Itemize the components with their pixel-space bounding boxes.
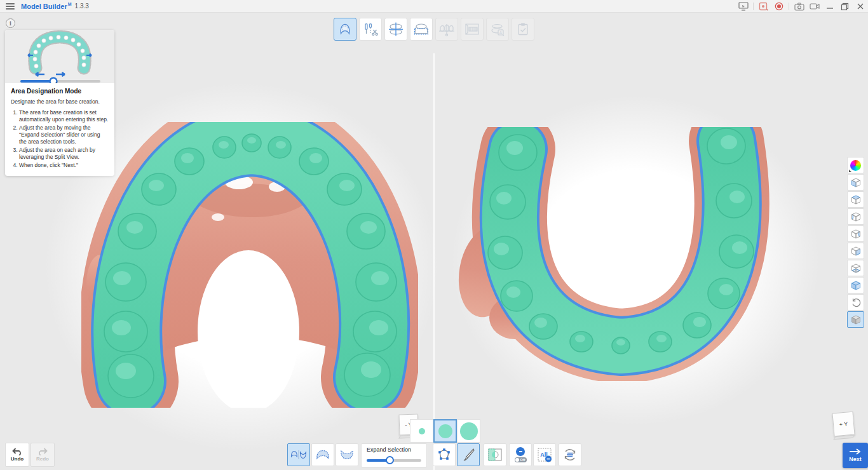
confirm-checklist-icon <box>515 22 531 37</box>
brush-size-panel <box>410 419 480 443</box>
view-bottom-button[interactable] <box>847 260 864 276</box>
lower-arch-view-button[interactable] <box>336 443 358 466</box>
right-viewport-nav-cube[interactable]: + Y <box>832 412 855 437</box>
split-view-divider <box>433 53 435 470</box>
view-left-cube-icon <box>850 210 862 223</box>
capture-region-icon[interactable] <box>758 1 769 11</box>
close-button[interactable] <box>855 1 865 11</box>
workflow-toolbar: A <box>334 18 534 41</box>
view-top-button[interactable] <box>847 191 864 208</box>
lower-arch-icon <box>339 449 355 460</box>
shaded-cube-icon <box>850 313 862 326</box>
color-cursor-icon <box>849 170 851 172</box>
step-base-creation-button[interactable] <box>410 18 433 41</box>
step-die-pins-button <box>435 18 458 41</box>
redo-button: Redo <box>31 443 55 467</box>
step-area-designation-button[interactable] <box>334 18 356 41</box>
brush-icon <box>461 447 476 462</box>
screen-share-icon[interactable] <box>738 1 749 11</box>
brush-size-large-button[interactable] <box>457 419 480 443</box>
menu-hamburger-icon[interactable] <box>6 3 15 10</box>
model-builder-app: Model BuilderM 1.3.3 <box>0 0 868 470</box>
brush-select-button[interactable] <box>457 443 480 466</box>
shaded-view-button[interactable] <box>847 311 864 328</box>
upper-arch-icon <box>315 449 330 460</box>
reset-selection-button[interactable] <box>559 443 581 466</box>
view-isometric-cube-icon <box>850 279 862 292</box>
deselect-all-button[interactable]: All <box>533 443 556 466</box>
minimize-button[interactable] <box>824 1 835 11</box>
app-version: 1.3.3 <box>75 3 89 10</box>
undo-arrow-icon <box>11 448 23 455</box>
smart-area-icon <box>487 448 503 462</box>
plate-icon <box>464 22 480 37</box>
redo-arrow-icon <box>37 448 48 455</box>
slider-knob[interactable] <box>386 456 394 464</box>
large-dot-icon <box>460 422 478 440</box>
reset-rotation-icon <box>850 296 862 309</box>
step-confirm-button <box>512 18 534 41</box>
toggle-state-label: Off <box>520 458 526 462</box>
step-plate-mounting-button <box>461 18 484 41</box>
subtract-toggle-switch[interactable]: Off <box>515 457 527 462</box>
expand-selection-slider[interactable] <box>367 456 421 465</box>
minus-circle-icon <box>516 447 525 456</box>
view-front-cube-icon <box>850 176 862 189</box>
step-occlusion-alignment-button[interactable] <box>384 18 407 41</box>
reset-rotation-button[interactable] <box>847 294 864 311</box>
view-right-button[interactable] <box>847 225 864 242</box>
upper-arch-model[interactable] <box>81 122 418 408</box>
view-left-button[interactable] <box>847 208 864 225</box>
color-picker-button[interactable] <box>847 157 864 173</box>
help-description: Designate the area for base creation. <box>11 98 109 105</box>
view-isometric-button[interactable] <box>847 277 864 293</box>
view-bottom-cube-icon <box>850 262 862 274</box>
small-dot-icon <box>419 428 425 434</box>
right-orientation-label: + Y <box>839 420 848 427</box>
video-capture-icon[interactable] <box>809 1 820 11</box>
view-back-button[interactable] <box>847 243 864 259</box>
arch-icon <box>337 22 353 37</box>
polygon-select-button[interactable] <box>433 443 456 466</box>
occlusion-icon <box>388 22 404 37</box>
lower-arch-model[interactable] <box>454 127 775 381</box>
view-top-cube-icon <box>850 193 862 206</box>
smart-area-select-button[interactable] <box>484 443 506 466</box>
reset-selection-icon <box>562 446 578 463</box>
deselect-all-icon: All <box>536 446 553 463</box>
screenshot-camera-icon[interactable] <box>794 1 804 11</box>
view-right-cube-icon <box>850 227 862 240</box>
die-pins-icon <box>438 22 455 37</box>
help-title: Area Designation Mode <box>11 88 109 95</box>
split-view-icon <box>290 449 308 460</box>
window-controls <box>738 0 865 13</box>
app-title: Model BuilderM <box>21 2 72 10</box>
expand-selection-label: Expand Selection <box>367 446 421 453</box>
help-step: The area for base creation is set automa… <box>19 109 109 123</box>
step-model-labeling-button: A <box>486 18 509 41</box>
next-button[interactable]: Next <box>843 443 868 468</box>
svg-text:A: A <box>499 30 503 35</box>
medium-dot-icon <box>438 424 452 438</box>
step-sculpt-tools-button[interactable] <box>359 18 382 41</box>
subtract-mode-toggle-button[interactable]: Off <box>509 443 532 466</box>
title-superscript: M <box>68 2 72 6</box>
view-front-button[interactable] <box>847 174 864 191</box>
titlebar: Model BuilderM 1.3.3 <box>0 0 868 13</box>
info-icon[interactable]: i <box>6 18 15 28</box>
view-back-cube-icon <box>850 245 862 257</box>
undo-button[interactable]: Undo <box>5 443 29 467</box>
sculpt-tools-icon <box>363 22 378 37</box>
color-wheel-icon <box>850 160 861 171</box>
expand-selection-panel: Expand Selection <box>361 443 427 467</box>
brush-size-small-button[interactable] <box>410 419 433 443</box>
polygon-select-icon <box>437 448 452 462</box>
maximize-restore-button[interactable] <box>839 1 850 11</box>
next-arrow-icon <box>849 448 862 455</box>
help-illustration <box>5 30 114 83</box>
undo-redo-group: Undo Redo <box>5 443 55 467</box>
upper-arch-view-button[interactable] <box>311 443 334 466</box>
split-view-button[interactable] <box>287 443 310 466</box>
brush-size-medium-button[interactable] <box>433 419 457 443</box>
record-icon[interactable] <box>773 1 784 11</box>
